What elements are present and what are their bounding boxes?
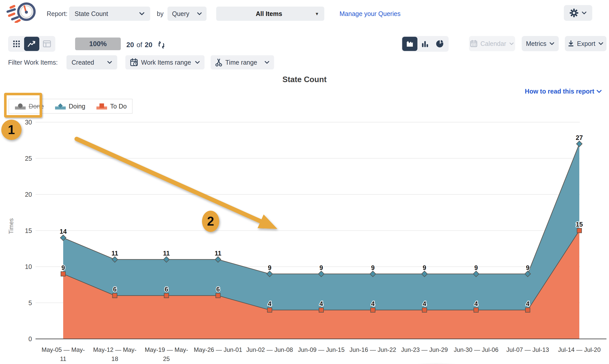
work-items-range-button[interactable]: Work Items range <box>125 55 205 69</box>
zoom-level-badge[interactable]: 100% <box>75 38 121 50</box>
data-point-marker[interactable] <box>61 272 65 276</box>
data-point-label: 4 <box>474 300 478 307</box>
chevron-down-icon <box>596 89 602 93</box>
settings-button[interactable] <box>564 5 592 21</box>
legend-marker-icon <box>96 102 108 110</box>
data-point-label: 11 <box>215 250 222 257</box>
calendar-label: Calendar <box>480 40 506 47</box>
chevron-down-icon <box>549 42 554 45</box>
y-tick-label: 15 <box>25 227 32 234</box>
x-tick-label: Jun-16 — Jun-22 <box>349 346 396 353</box>
metrics-button[interactable]: Metrics <box>522 36 559 51</box>
count-total: 20 <box>145 41 153 49</box>
bar-chart-button[interactable] <box>417 37 433 51</box>
time-range-label: Time range <box>225 59 257 66</box>
data-point-label: 14 <box>60 228 67 235</box>
legend-item-done[interactable]: Done <box>14 102 44 110</box>
group-by-select-value: Query <box>172 10 189 17</box>
area-chart-icon <box>406 40 414 48</box>
gear-icon <box>569 8 579 17</box>
line-series-doing <box>63 144 579 274</box>
query-select[interactable]: All Items ▾ <box>216 7 324 21</box>
data-point-label: 9 <box>61 264 65 271</box>
data-point-label: 4 <box>371 300 375 307</box>
chevron-down-icon <box>582 11 587 15</box>
work-items-range-label: Work Items range <box>141 59 191 66</box>
y-tick-label: 25 <box>25 155 32 162</box>
chevron-down-icon <box>264 61 269 64</box>
area-chart-button[interactable] <box>402 37 417 51</box>
data-point-marker[interactable] <box>474 308 478 312</box>
data-point-label: 9 <box>371 264 375 271</box>
bar-chart-icon <box>421 40 429 48</box>
how-to-read-link[interactable]: How to read this report <box>525 88 602 95</box>
calendar-icon <box>470 40 477 47</box>
chevron-down-icon <box>509 42 514 45</box>
x-tick-label: Jun-30 — Jul-06 <box>454 346 498 353</box>
legend-label: Done <box>29 103 44 110</box>
filter-label: Filter Work Items: <box>8 59 58 66</box>
manage-queries-link[interactable]: Manage your Queries <box>340 10 400 17</box>
x-tick-label: May-26 — Jun-01 <box>194 346 242 353</box>
metrics-label: Metrics <box>526 40 547 47</box>
export-label: Export <box>577 40 595 47</box>
chevron-down-icon <box>598 42 603 45</box>
filter-created-select[interactable]: Created <box>66 55 117 69</box>
y-tick-label: 5 <box>28 299 32 306</box>
data-point-marker[interactable] <box>370 308 375 312</box>
app-logo <box>6 2 39 23</box>
refresh-icon[interactable] <box>157 41 166 49</box>
data-point-marker[interactable] <box>164 293 169 298</box>
legend-marker-icon <box>55 102 66 110</box>
table-layout-icon <box>43 40 51 47</box>
pie-chart-button[interactable] <box>433 37 448 51</box>
calendar-clock-icon <box>130 58 138 66</box>
data-point-label: 15 <box>576 221 583 228</box>
data-point-marker[interactable] <box>422 308 427 312</box>
calendar-button: Calendar <box>469 36 515 51</box>
view-switcher <box>8 36 55 52</box>
x-tick-label: Jul-14 — Jul-20 <box>558 346 601 353</box>
legend-item-doing[interactable]: Doing <box>55 102 85 110</box>
chevron-down-icon <box>139 12 145 15</box>
data-point-marker[interactable] <box>577 141 582 147</box>
scissors-icon <box>215 58 222 66</box>
report-select-value: State Count <box>75 10 108 17</box>
triangle-down-icon: ▾ <box>316 11 318 17</box>
x-tick-label: May-05 — May-11 <box>42 346 85 362</box>
y-tick-label: 20 <box>25 191 32 198</box>
x-tick-label: May-12 — May-18 <box>93 346 137 362</box>
data-point-marker[interactable] <box>112 293 117 298</box>
legend-marker-icon <box>14 102 26 110</box>
grid-view-button[interactable] <box>9 37 24 51</box>
data-point-marker[interactable] <box>267 308 272 312</box>
item-count: 20 of 20 <box>126 41 166 49</box>
x-tick-label: Jul-07 — Jul-13 <box>506 346 549 353</box>
data-point-marker[interactable] <box>216 293 220 298</box>
legend-item-to-do[interactable]: To Do <box>96 102 127 110</box>
data-point-marker[interactable] <box>319 308 324 312</box>
chevron-down-icon <box>107 61 112 64</box>
table-view-button[interactable] <box>39 37 55 51</box>
time-range-button[interactable]: Time range <box>211 55 274 69</box>
chart-view-button[interactable] <box>24 37 39 51</box>
y-axis-title: Times <box>8 218 14 234</box>
data-point-label: 11 <box>163 250 170 257</box>
line-chart-icon <box>27 40 36 48</box>
group-by-select[interactable]: Query <box>167 7 207 21</box>
data-point-marker[interactable] <box>526 308 530 312</box>
x-tick-label: May-19 — May-25 <box>145 346 188 362</box>
data-point-label: 4 <box>423 300 426 307</box>
y-tick-label: 30 <box>25 119 32 126</box>
state-count-area-chart[interactable]: 051015202530Times14111111999999279666444… <box>0 112 609 364</box>
filter-created-value: Created <box>72 59 94 66</box>
export-button[interactable]: Export <box>565 36 606 51</box>
report-app-window: Report: State Count by Query All Items ▾… <box>0 0 609 364</box>
data-point-label: 9 <box>526 264 530 271</box>
data-point-label: 4 <box>526 300 530 307</box>
data-point-label: 9 <box>319 264 323 271</box>
report-select[interactable]: State Count <box>69 7 150 21</box>
how-to-read-label: How to read this report <box>525 88 594 95</box>
data-point-label: 6 <box>216 286 220 293</box>
data-point-marker[interactable] <box>577 228 582 233</box>
